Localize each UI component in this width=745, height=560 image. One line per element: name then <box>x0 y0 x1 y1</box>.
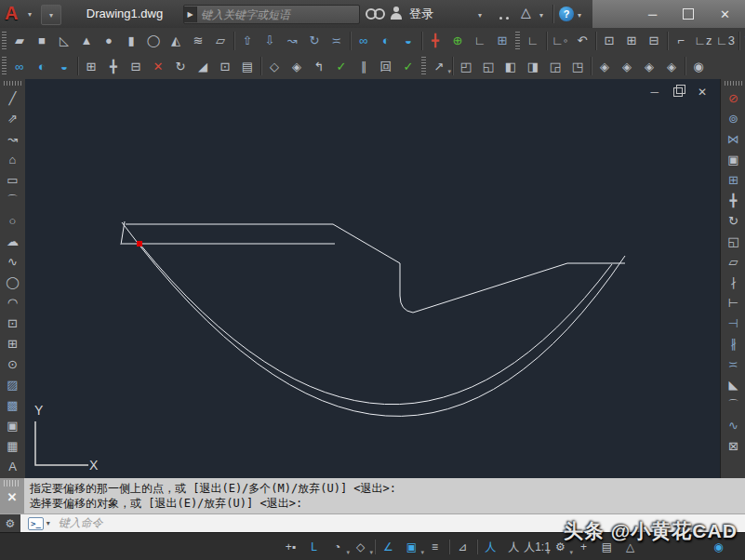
move-icon[interactable]: ╋ <box>724 190 744 210</box>
break-icon[interactable]: ∦ <box>724 333 744 353</box>
command-input[interactable]: 键入命令 <box>59 515 103 531</box>
window-maximize-button[interactable] <box>683 8 694 20</box>
revolve-icon[interactable]: ↻ <box>303 31 326 51</box>
user-avatar-icon[interactable] <box>390 7 403 20</box>
region-icon[interactable]: ▣ <box>3 415 23 435</box>
extract-edges-icon[interactable]: ↗▾ <box>428 56 450 76</box>
search-collapse-arrow-icon[interactable]: ▶ <box>184 7 197 22</box>
sw-isometric-icon[interactable]: ◈ <box>593 56 616 76</box>
se-isometric-icon[interactable]: ◈ <box>616 56 638 76</box>
copy-faces-icon[interactable]: ⊡ <box>214 56 236 76</box>
rectangle-icon[interactable]: ▭ <box>3 169 23 190</box>
offset-icon[interactable]: ▣ <box>724 149 744 169</box>
app-menu-arrow-icon[interactable]: ▾ <box>28 10 32 19</box>
taper-faces-icon[interactable]: ◢ <box>192 56 214 76</box>
command-history[interactable]: 指定要偏移的那一侧上的点，或 [退出(E)/多个(M)/放弃(U)] <退出>:… <box>24 478 745 513</box>
extend-icon[interactable]: ⊢ <box>724 292 744 313</box>
presspull-icon[interactable]: ⇩ <box>259 31 281 51</box>
ucs-z-axis-icon[interactable]: ∟z <box>692 31 714 51</box>
model-space[interactable]: Y X <box>25 79 720 478</box>
dropdown-arrow-icon[interactable]: ▾ <box>369 549 373 556</box>
ucs-3point-icon[interactable]: ∟3 <box>714 31 737 51</box>
left-view-icon[interactable]: ◧ <box>499 56 522 76</box>
subtract-icon[interactable]: ◐ <box>31 56 53 76</box>
mirror-icon[interactable]: ⋈ <box>724 128 744 149</box>
dynamic-input-icon[interactable]: +▪ <box>279 537 302 557</box>
a360-icon[interactable]: △ <box>521 5 531 20</box>
spline-icon[interactable]: ∿ <box>3 251 23 272</box>
circle-icon[interactable]: ○ <box>3 210 23 231</box>
revision-cloud-icon[interactable]: ☁ <box>3 231 23 251</box>
helix-icon[interactable]: ≋ <box>187 31 209 51</box>
delete-faces-icon[interactable]: ✕ <box>147 56 169 76</box>
command-window-close-button[interactable]: ✕ <box>0 490 24 504</box>
color-faces-icon[interactable]: ▤ <box>236 56 259 76</box>
ucs-icon[interactable]: ∟ <box>522 31 544 51</box>
union-icon[interactable]: ∞ <box>353 31 375 51</box>
line-icon[interactable]: ╱ <box>3 87 23 108</box>
intersect-icon[interactable]: ◒ <box>397 31 419 51</box>
toolbar-grip[interactable] <box>4 81 22 86</box>
nw-isometric-icon[interactable]: ◈ <box>660 56 683 76</box>
rotate-faces-icon[interactable]: ↻ <box>169 56 192 76</box>
check-icon[interactable]: ✓ <box>397 56 419 76</box>
planar-surface-icon[interactable]: ▱ <box>209 31 232 51</box>
separate-icon[interactable]: ∥ <box>353 56 375 76</box>
3d-move-icon[interactable]: ╋ <box>424 31 446 51</box>
login-dropdown-icon[interactable]: ▾ <box>478 11 482 20</box>
quick-access-dropdown-button[interactable]: ▾ <box>41 5 61 25</box>
toolbar-grip[interactable] <box>515 32 520 50</box>
file-tab[interactable]: Drawing1.dwg <box>65 0 184 28</box>
explode-icon[interactable]: ⊠ <box>724 435 744 456</box>
outer-arc-line[interactable] <box>122 222 625 416</box>
bottom-view-icon[interactable]: ◱ <box>477 56 499 76</box>
annotation-autoscale-icon[interactable]: 人 <box>502 537 525 557</box>
autocad-logo-icon[interactable]: A <box>5 3 18 24</box>
ucs-origin-icon[interactable]: ⌐ <box>670 31 692 51</box>
stretch-icon[interactable]: ▱ <box>724 251 744 272</box>
dynamic-ucs-icon[interactable]: ⊿ <box>451 537 474 557</box>
login-button[interactable]: 登录 <box>409 0 433 28</box>
polysolid-icon[interactable]: ▰ <box>8 31 31 51</box>
union-icon[interactable]: ∞ <box>8 56 31 76</box>
make-block-icon[interactable]: ⊞ <box>3 333 23 353</box>
drawing-close-button[interactable]: ✕ <box>698 87 707 98</box>
polygon-icon[interactable]: ⌂ <box>3 149 23 169</box>
3d-rotate-icon[interactable]: ⊕ <box>446 31 469 51</box>
trim-icon[interactable]: ∤ <box>724 272 744 292</box>
search-input[interactable] <box>197 8 359 21</box>
toolbar-grip[interactable] <box>2 32 7 50</box>
help-icon[interactable]: ? <box>559 7 574 21</box>
ucs-object-icon[interactable]: ⊡ <box>598 31 620 51</box>
array-icon[interactable]: ⊞ <box>724 169 744 190</box>
ortho-mode-icon[interactable]: L <box>302 537 326 557</box>
a360-dropdown-icon[interactable]: ▾ <box>539 11 543 20</box>
command-window-grip[interactable] <box>4 480 20 487</box>
top-profile-line[interactable] <box>126 224 625 313</box>
extrude-icon[interactable]: ⇧ <box>236 31 259 51</box>
left-edge-line[interactable] <box>121 221 125 245</box>
recent-commands-arrow-icon[interactable]: ▾ <box>47 519 50 527</box>
insert-block-icon[interactable]: ⊡ <box>3 313 23 333</box>
annotation-visibility-icon[interactable]: 人 <box>479 537 502 557</box>
imprint-icon[interactable]: ↰ <box>308 56 330 76</box>
wedge-icon[interactable]: ◺ <box>53 31 75 51</box>
lineweight-icon[interactable]: ≡ <box>423 537 446 557</box>
sweep-icon[interactable]: ↝ <box>281 31 303 51</box>
gradient-icon[interactable]: ▩ <box>3 394 23 415</box>
3d-array-icon[interactable]: ⊞ <box>491 31 513 51</box>
join-icon[interactable]: ≍ <box>724 353 744 374</box>
help-dropdown-icon[interactable]: ▾ <box>578 11 581 20</box>
3d-align-icon[interactable]: ∟ <box>469 31 491 51</box>
dropdown-arrow-icon[interactable]: ▾ <box>447 68 451 75</box>
shell-icon[interactable]: 回 <box>375 56 397 76</box>
ne-isometric-icon[interactable]: ◈ <box>638 56 660 76</box>
ellipse-icon[interactable]: ◯ <box>3 272 23 292</box>
annotation-scale-icon[interactable]: 人1:1▾ <box>525 537 549 557</box>
color-edges-icon[interactable]: ◈ <box>286 56 308 76</box>
subtract-icon[interactable]: ◐ <box>375 31 397 51</box>
polar-tracking-icon[interactable]: ◔▾ <box>326 537 349 557</box>
ucs-world-icon[interactable]: ∟◦ <box>549 31 571 51</box>
toolbar-grip[interactable] <box>2 57 7 75</box>
exchange-store-cart-icon[interactable] <box>497 7 512 20</box>
